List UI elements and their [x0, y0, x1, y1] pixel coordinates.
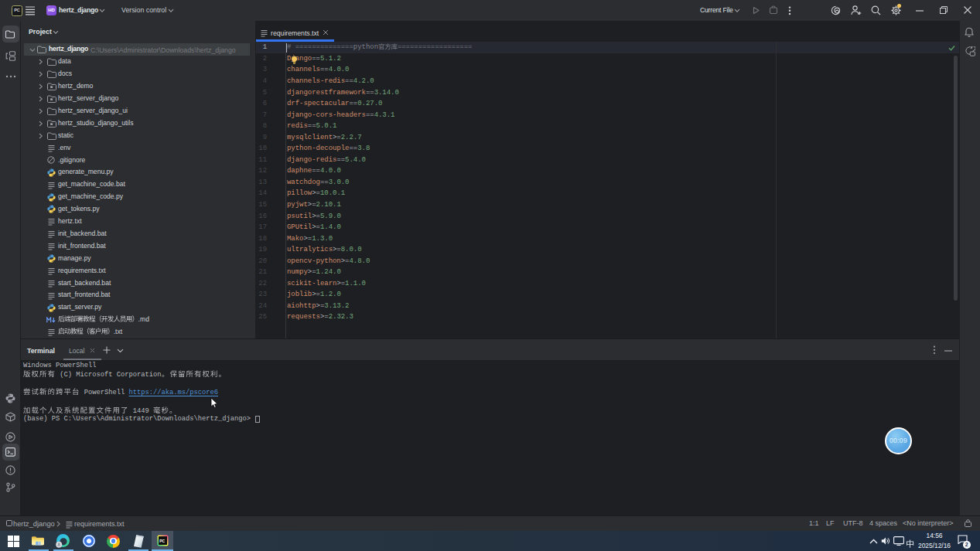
svg-text:PC: PC: [159, 539, 165, 543]
